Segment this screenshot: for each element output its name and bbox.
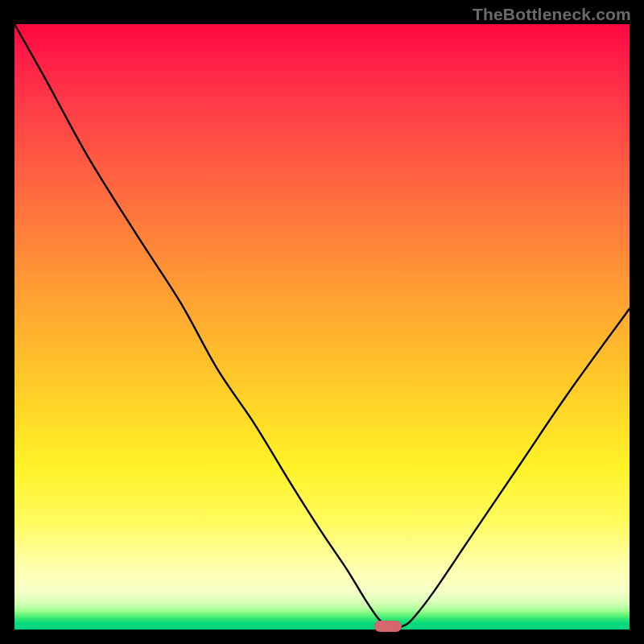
chart-frame: TheBottleneck.com (0, 0, 644, 644)
watermark-text: TheBottleneck.com (473, 5, 631, 24)
plot-area (14, 24, 630, 630)
bottleneck-curve (14, 24, 630, 630)
optimum-marker (374, 621, 402, 632)
